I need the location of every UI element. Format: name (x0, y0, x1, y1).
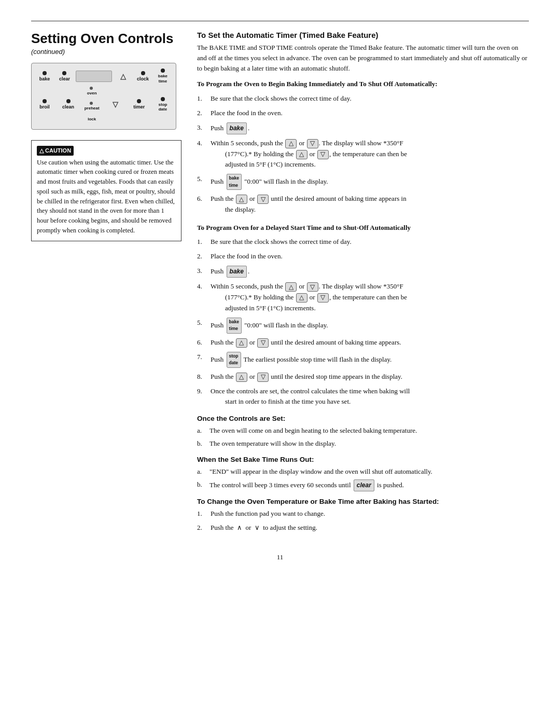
up-arrow-s2-4: △ (236, 373, 247, 382)
continued-label: (continued) (31, 48, 181, 56)
down-arrow-inline-3: ▽ (257, 195, 269, 204)
clear-button: clear (55, 71, 73, 81)
broil-dot (43, 99, 47, 103)
intro-text: The BAKE TIME and STOP TIME controls ope… (197, 43, 529, 74)
section2-heading: To Program Oven for a Delayed Start Time… (197, 223, 529, 233)
up-arrow-s2-2: △ (296, 293, 307, 303)
section2-steps: 1. Be sure that the clock shows the corr… (197, 237, 529, 407)
step-2-5: 5. Push baketime "0:00" will flash in th… (197, 318, 529, 334)
right-column: To Set the Automatic Timer (Timed Bake F… (197, 31, 529, 541)
bake-button: bake (36, 71, 53, 81)
bake-time-dot (161, 68, 165, 73)
broil-button: broil (36, 99, 53, 109)
runs-out-b: b. The control will beep 3 times every 6… (197, 479, 529, 491)
section-title: Setting Oven Controls (31, 31, 181, 47)
runs-out-list: a. "END" will appear in the display wind… (197, 466, 529, 491)
top-divider (31, 21, 529, 21)
change-step-2: 2. Push the ∧ or ∨ to adjust the setting… (197, 523, 529, 533)
bake-time-button: baketime (154, 68, 172, 84)
bake-dot (43, 71, 47, 75)
down-arrow-inline-2: ▽ (317, 150, 329, 159)
step-1-1: 1. Be sure that the clock shows the corr… (197, 93, 529, 104)
stop-date-button: stopdate (154, 97, 172, 112)
clear-label-inline: clear (354, 479, 374, 491)
down-arrow-s2: ▽ (307, 282, 318, 292)
once-set-a: a. The oven will come on and begin heati… (197, 425, 529, 436)
display-screen (76, 71, 112, 82)
down-arrow-s2-4: ▽ (257, 373, 269, 382)
down-arrow-inline: ▽ (307, 139, 318, 148)
page-layout: Setting Oven Controls (continued) bake c… (31, 31, 529, 541)
step-1-5: 5. Push baketime "0:00" will flash in th… (197, 174, 529, 190)
step-2-6: 6. Push the △ or ▽ until the desired amo… (197, 337, 529, 348)
oven-dot (90, 87, 93, 90)
step-2-8: 8. Push the △ or ▽ until the desired sto… (197, 372, 529, 382)
runs-out-heading: When the Set Bake Time Runs Out: (197, 456, 529, 463)
caution-text: Use caution when using the automatic tim… (37, 159, 175, 234)
bake-time-inline-2: baketime (227, 318, 242, 334)
clock-dot (141, 71, 145, 75)
step-2-7: 7. Push stopdate The earliest possible s… (197, 352, 529, 368)
step-1-3: 3. Push bake. (197, 122, 529, 134)
caution-triangle: △ (39, 146, 44, 155)
page-number: 11 (31, 553, 529, 561)
oven-control-panel: bake clear △ clock baketime (31, 63, 176, 130)
change-temp-steps: 1. Push the function pad you want to cha… (197, 509, 529, 534)
clean-dot (66, 99, 71, 103)
arrow-down-button: ▽ (107, 100, 124, 108)
up-arrow-inline-2: △ (296, 150, 307, 159)
step-2-2: 2. Place the food in the oven. (197, 251, 529, 262)
timer-button: timer (130, 99, 148, 109)
clear-dot (62, 71, 66, 75)
panel-row-1: bake clear △ clock baketime (36, 68, 172, 84)
panel-row-2: broil clean oven preheat lock ▽ (36, 87, 172, 122)
clock-button: clock (134, 71, 152, 81)
main-heading: To Set the Automatic Timer (Timed Bake F… (197, 31, 529, 39)
once-set-b: b. The oven temperature will show in the… (197, 438, 529, 449)
step-2-1: 1. Be sure that the clock shows the corr… (197, 237, 529, 248)
up-arrow-inline-3: △ (236, 195, 247, 204)
up-arrow-s2-3: △ (236, 338, 247, 348)
step-1-4: 4. Within 5 seconds, push the △ or ▽. Th… (197, 138, 529, 170)
up-arrow-s2: △ (285, 282, 297, 292)
change-temp-heading: To Change the Oven Temperature or Bake T… (197, 498, 529, 505)
bake-label-inline-2: bake (227, 266, 247, 278)
left-column: Setting Oven Controls (continued) bake c… (31, 31, 181, 541)
step-2-3: 3. Push bake. (197, 266, 529, 278)
up-arrow-inline: △ (285, 139, 297, 148)
change-step-1: 1. Push the function pad you want to cha… (197, 509, 529, 519)
section1-steps: 1. Be sure that the clock shows the corr… (197, 93, 529, 215)
down-arrow-s2-3: ▽ (257, 338, 269, 348)
once-set-list: a. The oven will come on and begin heati… (197, 425, 529, 449)
step-2-4: 4. Within 5 seconds, push the △ or ▽. Th… (197, 281, 529, 313)
step-1-2: 2. Place the food in the oven. (197, 108, 529, 119)
step-2-9: 9. Once the controls are set, the contro… (197, 386, 529, 408)
section1-heading: To Program the Oven to Begin Baking Imme… (197, 79, 529, 89)
caution-box: △CAUTION Use caution when using the auto… (31, 140, 181, 241)
caution-header: △CAUTION (37, 146, 176, 156)
runs-out-a: a. "END" will appear in the display wind… (197, 466, 529, 477)
down-arrow-s2-2: ▽ (317, 293, 329, 303)
once-set-heading: Once the Controls are Set: (197, 415, 529, 422)
oven-preheat-lock-button: oven preheat lock (83, 87, 101, 122)
step-1-6: 6. Push the △ or ▽ until the desired amo… (197, 194, 529, 215)
caution-icon: △CAUTION (37, 146, 74, 156)
clean-button: clean (60, 99, 77, 109)
timer-dot (137, 99, 141, 103)
preheat-dot (90, 102, 93, 105)
bake-time-inline: baketime (227, 174, 242, 190)
stop-dot (161, 97, 165, 101)
arrow-up-button: △ (114, 72, 132, 80)
bake-label-inline: bake (227, 122, 247, 134)
stop-date-inline: stopdate (227, 352, 241, 368)
